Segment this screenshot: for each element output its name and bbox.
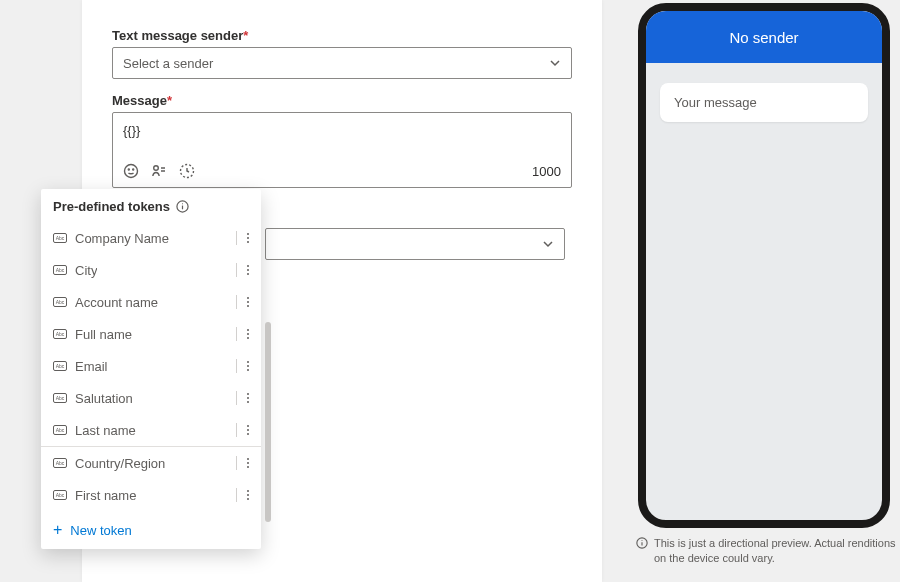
info-icon[interactable]	[176, 200, 189, 213]
sender-select-placeholder: Select a sender	[123, 56, 213, 71]
message-field-label: Message*	[112, 93, 572, 108]
more-options-icon[interactable]	[243, 486, 253, 504]
token-row[interactable]: AbcEmail	[41, 350, 261, 382]
token-row[interactable]: AbcFirst name	[41, 479, 261, 511]
sender-select[interactable]: Select a sender	[112, 47, 572, 79]
more-options-icon[interactable]	[243, 357, 253, 375]
svg-point-0	[125, 165, 138, 178]
token-label: Salutation	[75, 391, 133, 406]
svg-point-1	[128, 169, 129, 170]
token-label: Account name	[75, 295, 158, 310]
preview-disclaimer: This is just a directional preview. Actu…	[636, 536, 896, 566]
new-token-button[interactable]: + New token	[41, 511, 261, 549]
token-label: Full name	[75, 327, 132, 342]
separator	[236, 263, 237, 277]
abc-badge-icon: Abc	[53, 490, 67, 500]
abc-badge-icon: Abc	[53, 297, 67, 307]
abc-badge-icon: Abc	[53, 265, 67, 275]
more-options-icon[interactable]	[243, 229, 253, 247]
separator	[236, 231, 237, 245]
token-row[interactable]: AbcFull name	[41, 318, 261, 350]
more-options-icon[interactable]	[243, 421, 253, 439]
svg-point-3	[154, 166, 159, 171]
token-label: City	[75, 263, 97, 278]
sender-field-label: Text message sender*	[112, 28, 572, 43]
abc-badge-icon: Abc	[53, 329, 67, 339]
chevron-down-icon	[549, 57, 561, 69]
token-label: First name	[75, 488, 136, 503]
token-row[interactable]: AbcCompany Name	[41, 222, 261, 254]
abc-badge-icon: Abc	[53, 233, 67, 243]
char-counter: 1000	[532, 164, 561, 179]
abc-badge-icon: Abc	[53, 458, 67, 468]
svg-point-7	[182, 203, 183, 204]
info-icon	[636, 537, 648, 549]
token-label: Company Name	[75, 231, 169, 246]
abc-badge-icon: Abc	[53, 393, 67, 403]
preview-message-bubble: Your message	[660, 83, 868, 122]
token-row[interactable]: AbcAccount name	[41, 286, 261, 318]
abc-badge-icon: Abc	[53, 361, 67, 371]
token-label: Country/Region	[75, 456, 165, 471]
separator	[236, 327, 237, 341]
separator	[236, 423, 237, 437]
phone-preview: No sender Your message	[638, 3, 890, 528]
tokens-popover: Pre-defined tokens AbcCompany NameAbcCit…	[41, 189, 261, 549]
token-row[interactable]: AbcLast name	[41, 414, 261, 446]
message-toolbar: 1000	[113, 157, 571, 187]
token-label: Last name	[75, 423, 136, 438]
separator	[236, 359, 237, 373]
separator	[236, 456, 237, 470]
more-options-icon[interactable]	[243, 293, 253, 311]
more-options-icon[interactable]	[243, 454, 253, 472]
more-options-icon[interactable]	[243, 261, 253, 279]
token-row[interactable]: AbcCity	[41, 254, 261, 286]
tokens-list: AbcCompany NameAbcCityAbcAccount nameAbc…	[41, 222, 261, 511]
abc-badge-icon: Abc	[53, 425, 67, 435]
svg-point-2	[133, 169, 134, 170]
separator	[236, 488, 237, 502]
phone-preview-header: No sender	[646, 11, 882, 63]
tokens-scrollbar[interactable]	[265, 322, 271, 522]
emoji-icon[interactable]	[123, 163, 139, 179]
separator	[236, 391, 237, 405]
plus-icon: +	[53, 522, 62, 538]
svg-point-10	[641, 540, 642, 541]
separator	[236, 295, 237, 309]
token-row[interactable]: AbcSalutation	[41, 382, 261, 414]
new-token-label: New token	[70, 523, 131, 538]
token-row[interactable]: AbcCountry/Region	[41, 447, 261, 479]
token-label: Email	[75, 359, 108, 374]
more-options-icon[interactable]	[243, 325, 253, 343]
message-editor[interactable]: {{}} 1000	[112, 112, 572, 188]
message-text-content[interactable]: {{}}	[113, 113, 571, 157]
more-options-icon[interactable]	[243, 389, 253, 407]
chevron-down-icon	[542, 238, 554, 250]
secondary-select[interactable]	[265, 228, 565, 260]
dynamic-text-icon[interactable]	[179, 163, 195, 179]
personalize-icon[interactable]	[151, 163, 167, 179]
tokens-popover-title: Pre-defined tokens	[41, 199, 261, 222]
